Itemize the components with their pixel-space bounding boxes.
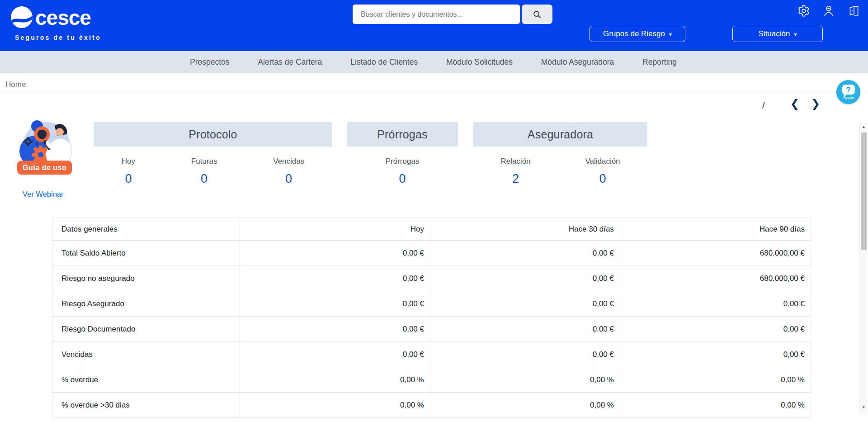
search-icon (532, 9, 542, 19)
cell-value[interactable]: 0,00 € (430, 317, 620, 342)
col-header-hace-90-dias: Hace 90 días (620, 218, 811, 241)
nav-item-modulo-solicitudes[interactable]: Módulo Solicitudes (446, 57, 513, 67)
metric-value[interactable]: 0 (273, 172, 304, 186)
row-label: % overdue (52, 367, 240, 393)
settings-button[interactable] (797, 4, 811, 18)
cell-value: 0,00 % (240, 367, 430, 393)
app-header: cesce Seguros de tu éxito (0, 0, 868, 51)
cesce-home-screen: cesce Seguros de tu éxito (0, 0, 868, 422)
metric-futuras: Futuras 0 (191, 157, 217, 186)
metric-label: Prórrogas (386, 157, 420, 166)
metric-value[interactable]: 0 (585, 172, 620, 186)
card-title: Aseguradora (528, 128, 593, 141)
table-row-vencidas: Vencidas 0,00 € 0,00 € 0,00 € (52, 342, 811, 367)
scrollbar-thumb[interactable] (861, 133, 867, 250)
grupos-de-riesgo-dropdown[interactable]: Grupos de Riesgo ▾ (590, 26, 685, 42)
logout-button[interactable] (846, 4, 861, 18)
cesce-logo[interactable]: cesce Seguros de tu éxito (11, 5, 101, 44)
table-header-row: Datos generales Hoy Hace 30 días Hace 90… (52, 218, 811, 241)
cell-value[interactable]: 0,00 € (430, 342, 620, 367)
protocolo-card: Protocolo Hoy 0 Futuras 0 Vencidas 0 (94, 122, 332, 186)
situacion-dropdown[interactable]: Situación ▾ (732, 26, 823, 42)
scroll-up-icon[interactable]: ▲ (860, 123, 868, 131)
table-row-riesgo-documentado: Riesgo Documentado 0,00 € 0,00 € 0,00 € (52, 317, 811, 342)
cell-value[interactable]: 680.000,00 € (620, 241, 811, 266)
header-icon-group (797, 4, 861, 18)
search-input[interactable] (353, 5, 520, 24)
metric-value[interactable]: 2 (500, 172, 530, 186)
breadcrumb[interactable]: Home (5, 80, 26, 89)
nav-item-alertas-de-cartera[interactable]: Alertas de Cartera (258, 57, 322, 67)
prorrogas-card: Prórrogas Prórrogas 0 (347, 122, 458, 186)
user-icon (822, 5, 835, 17)
nav-item-modulo-aseguradora[interactable]: Módulo Aseguradora (541, 57, 614, 67)
col-header-datos-generales: Datos generales (52, 218, 240, 241)
row-label: Vencidas (52, 342, 240, 367)
cell-value[interactable]: 680.000,00 € (620, 266, 811, 291)
main-nav: Prospectos Alertas de Cartera Listado de… (0, 51, 868, 73)
prev-page-button[interactable]: ❮ (790, 98, 799, 109)
brand-tagline: Seguros de tu éxito (15, 34, 101, 41)
cell-value[interactable]: 0,00 € (430, 291, 620, 317)
exit-door-icon (847, 5, 860, 17)
cell-value[interactable]: 0,00 € (620, 317, 811, 342)
metric-label: Vencidas (273, 157, 304, 166)
situacion-label: Situación (759, 29, 790, 38)
row-label: Riesgo Asegurado (52, 291, 240, 317)
ver-webinar-link[interactable]: Ver Webinar (23, 190, 64, 199)
gear-icon (797, 5, 810, 17)
guia-de-uso-badge[interactable]: Guía de uso (17, 161, 72, 175)
chevron-right-icon: ❯ (811, 97, 820, 110)
nav-item-reporting[interactable]: Reporting (642, 57, 677, 67)
scroll-down-icon[interactable]: ▼ (860, 403, 868, 411)
user-profile-button[interactable] (821, 4, 836, 18)
aseguradora-card: Aseguradora Relación 2 Validación 0 (473, 122, 647, 186)
cell-value[interactable]: 0,00 € (240, 342, 430, 367)
table-row-total-saldo-abierto: Total Saldo Abierto 0,00 € 0,00 € 680.00… (52, 241, 811, 266)
question-mark-icon: ? (846, 86, 850, 94)
cell-value[interactable]: 0,00 € (430, 266, 620, 291)
global-search (353, 5, 552, 24)
aseguradora-card-header: Aseguradora (473, 122, 647, 147)
row-label: % overdue >30 dias (52, 393, 240, 418)
protocolo-card-header: Protocolo (94, 122, 332, 147)
cell-value[interactable]: 0,00 € (620, 342, 811, 367)
search-button[interactable] (522, 5, 552, 24)
cell-value[interactable]: 0,00 € (240, 291, 430, 317)
col-header-hoy: Hoy (240, 218, 430, 241)
nav-item-prospectos[interactable]: Prospectos (190, 57, 230, 67)
metric-label: Hoy (122, 157, 135, 166)
brand-wordmark: cesce (35, 7, 91, 28)
cell-value[interactable]: 0,00 € (240, 266, 430, 291)
metric-label: Futuras (191, 157, 217, 166)
vertical-scrollbar[interactable]: ▲ ▼ (859, 122, 867, 415)
help-button[interactable]: ? Ayuda (836, 80, 860, 104)
row-label: Total Saldo Abierto (52, 241, 240, 266)
card-title: Prórrogas (377, 128, 428, 141)
metric-value[interactable]: 0 (122, 172, 135, 186)
cell-value: 0,00 % (430, 367, 620, 393)
chevron-down-icon: ▾ (794, 32, 797, 37)
chevron-left-icon: ❮ (790, 97, 799, 110)
table-row-percent-overdue: % overdue 0,00 % 0,00 % 0,00 % (52, 367, 811, 393)
cell-value: 0,00 % (620, 393, 811, 418)
cell-value[interactable]: 0,00 € (240, 317, 430, 342)
breadcrumb-divider (0, 93, 868, 93)
metric-prorrogas: Prórrogas 0 (386, 157, 420, 186)
metric-value[interactable]: 0 (191, 172, 217, 186)
help-bubble-icon: ? (842, 85, 855, 95)
nav-item-listado-de-clientes[interactable]: Listado de Clientes (350, 57, 418, 67)
cell-value[interactable]: 0,00 € (240, 241, 430, 266)
prorrogas-card-header: Prórrogas (347, 122, 458, 147)
row-label: Riesgo Documentado (52, 317, 240, 342)
cell-value[interactable]: 0,00 € (620, 291, 811, 317)
table-row-riesgo-no-asegurado: Riesgo no asegurado 0,00 € 0,00 € 680.00… (52, 266, 811, 291)
page-separator: / (762, 100, 765, 111)
grupos-de-riesgo-label: Grupos de Riesgo (603, 29, 665, 38)
cell-value[interactable]: 0,00 € (430, 241, 620, 266)
metric-relacion: Relación 2 (500, 157, 530, 186)
next-page-button[interactable]: ❯ (811, 98, 820, 109)
metric-value[interactable]: 0 (386, 172, 420, 186)
datos-generales-table: Datos generales Hoy Hace 30 días Hace 90… (52, 218, 811, 418)
cell-value: 0,00 % (620, 367, 811, 393)
